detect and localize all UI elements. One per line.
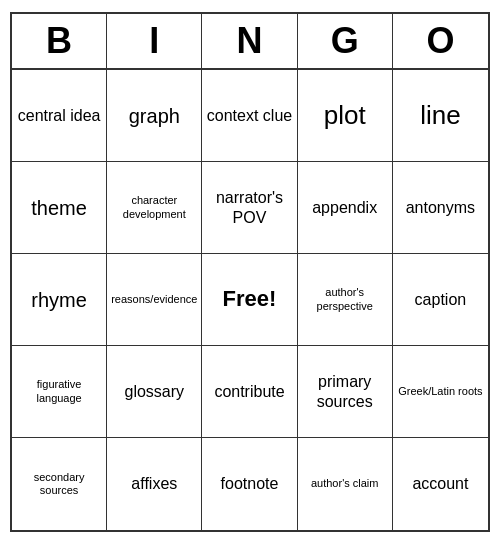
- header-letter-i: I: [107, 14, 202, 68]
- bingo-cell-1[interactable]: graph: [107, 70, 202, 162]
- bingo-cell-0[interactable]: central idea: [12, 70, 107, 162]
- bingo-cell-3[interactable]: plot: [298, 70, 393, 162]
- header-letter-g: G: [298, 14, 393, 68]
- bingo-cell-9[interactable]: antonyms: [393, 162, 488, 254]
- bingo-cell-18[interactable]: primary sources: [298, 346, 393, 438]
- bingo-cell-14[interactable]: caption: [393, 254, 488, 346]
- bingo-cell-2[interactable]: context clue: [202, 70, 297, 162]
- header-letter-n: N: [202, 14, 297, 68]
- bingo-cell-4[interactable]: line: [393, 70, 488, 162]
- bingo-cell-22[interactable]: footnote: [202, 438, 297, 530]
- bingo-grid: central ideagraphcontext clueplotlinethe…: [12, 70, 488, 530]
- bingo-cell-6[interactable]: character development: [107, 162, 202, 254]
- bingo-cell-8[interactable]: appendix: [298, 162, 393, 254]
- bingo-cell-16[interactable]: glossary: [107, 346, 202, 438]
- bingo-cell-10[interactable]: rhyme: [12, 254, 107, 346]
- bingo-cell-19[interactable]: Greek/Latin roots: [393, 346, 488, 438]
- bingo-cell-20[interactable]: secondary sources: [12, 438, 107, 530]
- bingo-cell-17[interactable]: contribute: [202, 346, 297, 438]
- bingo-card: BINGO central ideagraphcontext clueplotl…: [10, 12, 490, 532]
- bingo-cell-23[interactable]: author's claim: [298, 438, 393, 530]
- header-letter-o: O: [393, 14, 488, 68]
- bingo-cell-24[interactable]: account: [393, 438, 488, 530]
- bingo-cell-5[interactable]: theme: [12, 162, 107, 254]
- bingo-cell-21[interactable]: affixes: [107, 438, 202, 530]
- bingo-cell-7[interactable]: narrator's POV: [202, 162, 297, 254]
- bingo-cell-15[interactable]: figurative language: [12, 346, 107, 438]
- header-letter-b: B: [12, 14, 107, 68]
- bingo-cell-11[interactable]: reasons/evidence: [107, 254, 202, 346]
- bingo-cell-13[interactable]: author's perspective: [298, 254, 393, 346]
- bingo-header: BINGO: [12, 14, 488, 70]
- bingo-cell-12[interactable]: Free!: [202, 254, 297, 346]
